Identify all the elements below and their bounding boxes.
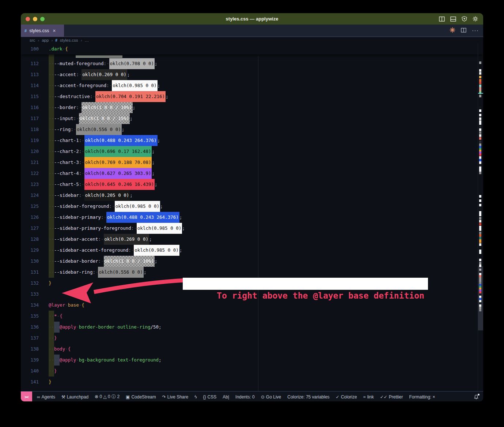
status-item-go-live[interactable]: ⊙Go Live: [261, 394, 281, 400]
split-columns-icon[interactable]: [439, 16, 445, 22]
code-line[interactable]: 142: [21, 387, 483, 391]
code-text: ··--muted-foreground:·oklch(0.708 0 0);: [49, 58, 158, 69]
token: :: [106, 83, 109, 88]
sticky-scroll-line[interactable]: 100.dark·{: [21, 44, 483, 55]
code-line[interactable]: 128··--sidebar-accent:·oklch(0.269 0 0);: [21, 234, 483, 245]
code-text: ··--sidebar-foreground:·oklch(0.985 0 0)…: [49, 201, 163, 212]
token: ;: [155, 258, 158, 264]
lightning-icon: ϟ: [194, 394, 197, 400]
gear-icon[interactable]: [473, 16, 478, 22]
colorize-toggle-icon: ✓: [336, 394, 340, 400]
token: ·: [65, 302, 68, 308]
sparkle-icon[interactable]: [450, 27, 455, 34]
breadcrumb-app[interactable]: app: [42, 38, 49, 42]
code-line[interactable]: 136····@apply·border-border·outline-ring…: [21, 322, 483, 333]
code-line[interactable]: 131··--sidebar-ring:·oklch(0.556 0 0);: [21, 267, 483, 278]
split-rows-icon[interactable]: [450, 16, 456, 22]
code-line[interactable]: 120··--chart-2:·oklch(0.696 0.17 162.48)…: [21, 146, 483, 157]
status-item-language-css[interactable]: {}CSS: [203, 394, 217, 400]
status-item-ab-indicator[interactable]: Ab|: [223, 394, 229, 400]
code-text: ··--sidebar:·oklch(0.205 0 0);: [49, 190, 133, 201]
status-item-codestream[interactable]: ▣CodeStream: [126, 394, 156, 400]
status-item-colorize-count[interactable]: Colorize: 75 variables: [287, 394, 329, 400]
breadcrumb-symbol[interactable]: …: [84, 38, 89, 42]
code-text: ··--border:·oklch(1 0 0 / 10%);: [49, 102, 135, 113]
status-item-colorize-toggle[interactable]: ✓Colorize: [336, 394, 357, 400]
code-line[interactable]: 124··--sidebar:·oklch(0.205 0 0);: [21, 190, 483, 201]
code-text: ··--accent:·oklch(0.269 0 0);: [49, 69, 130, 80]
code-text: ··--sidebar-accent-foreground:·oklch(0.9…: [49, 245, 182, 256]
status-item-agents[interactable]: ∞Agents: [37, 394, 55, 400]
ruler-mark: [479, 126, 481, 128]
token: :: [104, 61, 107, 66]
token: }: [49, 280, 52, 286]
token: {: [68, 346, 71, 352]
line-number: 136: [21, 322, 39, 333]
breadcrumb-src[interactable]: src: [30, 38, 35, 42]
code-line[interactable]: 113··--accent:·oklch(0.269 0 0);: [21, 69, 483, 80]
code-line[interactable]: 116··--border:·oklch(1 0 0 / 10%);: [21, 102, 483, 113]
status-item-indents[interactable]: Indents: 0: [235, 394, 255, 400]
status-item-live-share[interactable]: ↷Live Share: [162, 394, 188, 400]
overview-ruler[interactable]: [478, 44, 483, 391]
status-item-label: Agents: [42, 394, 55, 400]
code-line[interactable]: 139····@apply·bg-background·text-foregro…: [21, 355, 483, 366]
editor[interactable]: 100.dark·{ 112··--muted-foreground:·oklc…: [21, 44, 483, 391]
code-text: ··--accent-foreground:·oklch(0.985 0 0);: [49, 80, 160, 91]
line-number: 119: [21, 135, 39, 146]
status-item-problems[interactable]: ⊗ 0 △ 0 ⓘ 2: [95, 394, 120, 400]
code-line[interactable]: 129··--sidebar-accent-foreground:·oklch(…: [21, 245, 483, 256]
code-line[interactable]: 112··--muted-foreground:·oklch(0.708 0 0…: [21, 58, 483, 69]
breadcrumb-file[interactable]: styles.css: [60, 38, 78, 42]
code-line[interactable]: 130··--sidebar-border:·oklch(1 0 0 / 10%…: [21, 256, 483, 267]
code-text: ··--destructive:·oklch(0.704 0.191 22.21…: [49, 91, 168, 102]
more-actions-icon[interactable]: ···: [472, 29, 479, 33]
code-line[interactable]: 138··body·{: [21, 344, 483, 355]
css-file-icon: #: [55, 38, 57, 42]
token: ····: [49, 357, 60, 363]
token: ·: [76, 324, 79, 330]
code-line[interactable]: 114··--accent-foreground:·oklch(0.985 0 …: [21, 80, 483, 91]
code-line[interactable]: 137··}: [21, 333, 483, 344]
code-line[interactable]: 141}: [21, 377, 483, 387]
code-line[interactable]: 100.dark·{: [21, 44, 483, 55]
shield-icon[interactable]: [462, 16, 467, 22]
line-number: 138: [21, 344, 39, 355]
status-item-label: Colorize: [341, 394, 357, 400]
code-line[interactable]: 122··--chart-4:·oklch(0.627 0.265 303.9)…: [21, 168, 483, 179]
token: {: [82, 302, 84, 308]
status-item-lightning[interactable]: ϟ: [194, 394, 197, 400]
code-text: ··--sidebar-border:·oklch(1 0 0 / 10%);: [49, 256, 158, 267]
code-line[interactable]: 125··--sidebar-foreground:·oklch(0.985 0…: [21, 201, 483, 212]
tab-close-icon[interactable]: ×: [53, 28, 56, 34]
code-line[interactable]: 140··}: [21, 366, 483, 377]
code-line[interactable]: 126··--sidebar-primary:·oklch(0.488 0.24…: [21, 212, 483, 223]
split-editor-icon[interactable]: [461, 27, 466, 34]
code-line[interactable]: 118··--ring:·oklch(0.556 0 0);: [21, 124, 483, 135]
code-line[interactable]: 135··*·{: [21, 311, 483, 322]
token: ;: [130, 192, 133, 198]
code-line[interactable]: 119··--chart-1:·oklch(0.488 0.243 264.37…: [21, 135, 483, 146]
code-line[interactable]: 115··--destructive:·oklch(0.704 0.191 22…: [21, 91, 483, 102]
status-item-prettier[interactable]: ✓✓Prettier: [380, 394, 403, 400]
token: ··: [49, 225, 54, 231]
status-item-launchpad[interactable]: ⚒Launchpad: [61, 394, 88, 400]
status-item-formatting[interactable]: Formatting: ×: [409, 394, 435, 400]
code-line[interactable]: 121··--chart-3:·oklch(0.769 0.188 70.08)…: [21, 157, 483, 168]
token: ··: [49, 94, 54, 99]
code-line[interactable]: 123··--chart-5:·oklch(0.645 0.246 16.439…: [21, 179, 483, 190]
line-number: 123: [21, 179, 39, 190]
status-item-link[interactable]: =link: [363, 394, 374, 400]
token: ··: [49, 203, 54, 209]
annotation-text: To right above the @layer base definitio…: [217, 291, 424, 300]
remote-indicator[interactable]: ><: [21, 392, 32, 401]
code-text: ··--sidebar-ring:·oklch(0.556 0 0);: [49, 267, 146, 278]
tab-styles-css[interactable]: # styles.css ×: [21, 25, 64, 37]
line-number: 134: [21, 300, 39, 311]
line-number: 118: [21, 124, 39, 135]
color-value: oklch(1 0 0 / 10%): [104, 256, 155, 267]
code-line[interactable]: 117··--input:·oklch(1 0 0 / 15%);: [21, 113, 483, 124]
color-value: oklch(0.556 0 0): [98, 267, 143, 278]
code-line[interactable]: 127··--sidebar-primary-foreground:·oklch…: [21, 223, 483, 234]
bell-icon[interactable]: [474, 394, 479, 400]
